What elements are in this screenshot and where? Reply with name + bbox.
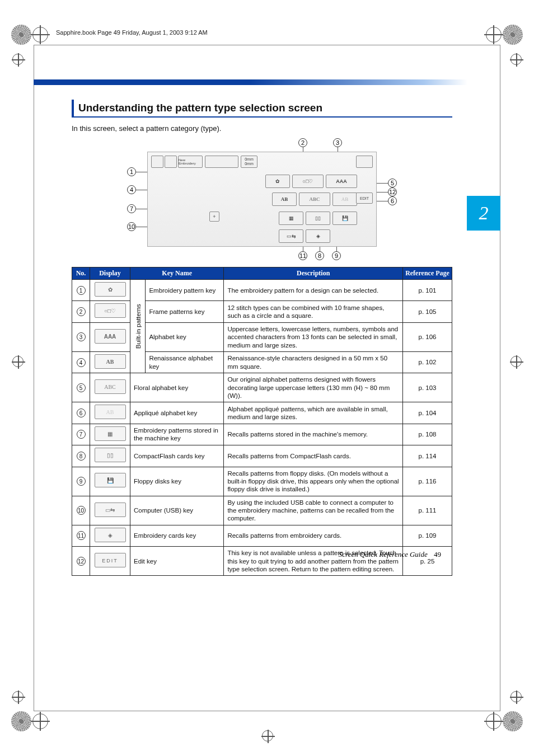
footer-title: Screen Quick Reference Guide: [339, 550, 428, 558]
selection-screen-diagram: 2 3 1 4 7 10 5 12 6 11 8 9 New Embroider…: [130, 139, 394, 257]
desc: Alphabet appliqué patterns, which are av…: [224, 402, 403, 424]
table-row: 8 ▯▯ CompactFlash cards key Recalls patt…: [72, 445, 452, 467]
refpage: p. 111: [403, 496, 452, 525]
hdr-btn-2: [165, 156, 177, 168]
keyname: Alphabet key: [146, 322, 224, 351]
th-display: Display: [90, 267, 130, 280]
disp-icon: ▦: [95, 426, 126, 441]
th-refpage: Reference Page: [403, 267, 452, 280]
row-no: 9: [77, 477, 86, 486]
disp-icon: ✿: [95, 282, 126, 297]
callout-2: 2: [298, 138, 307, 147]
footer: Screen Quick Reference Guide 49: [339, 550, 441, 559]
key-alphabet: AAA: [326, 175, 357, 188]
register-mark-top: [32, 27, 48, 43]
table-row: 1 ✿ Built-in patterns Embroidery pattern…: [72, 280, 452, 301]
content: Understanding the pattern type selection…: [72, 100, 452, 576]
row-no: 8: [77, 452, 86, 461]
register-mark-bl2: [12, 691, 24, 702]
keyname: CompactFlash cards key: [130, 445, 224, 467]
table-row: 5 ABC Floral alphabet key Our original a…: [72, 373, 452, 402]
keyname: Renaissance alphabet key: [146, 351, 224, 373]
refpage: p. 101: [403, 280, 452, 301]
refpage: p. 103: [403, 373, 452, 402]
row-no: 5: [77, 383, 86, 392]
keyname: Edit key: [130, 547, 224, 576]
callout-9: 9: [332, 251, 341, 260]
chapter-tab: 2: [467, 196, 500, 231]
disp-icon: ▯▯: [95, 448, 126, 462]
refpage: p. 109: [403, 525, 452, 546]
disp-icon: ABC: [95, 379, 126, 394]
register-mark-right: [510, 54, 522, 65]
callout-6: 6: [388, 196, 397, 205]
disp-icon: AB: [95, 405, 126, 419]
callout-11: 11: [298, 251, 307, 260]
table-row: 9 💾 Floppy disks key Recalls patterns fr…: [72, 467, 452, 496]
row-no: 7: [77, 430, 86, 439]
keyname: Floral alphabet key: [130, 373, 224, 402]
register-mark-bc: [262, 730, 273, 741]
row-no: 10: [77, 506, 86, 515]
reference-table: No. Display Key Name Description Referen…: [72, 267, 452, 576]
disp-icon: ◈: [95, 528, 126, 542]
desc: Uppercase letters, lowercase letters, nu…: [224, 322, 403, 351]
desc: Our original alphabet patterns designed …: [224, 373, 403, 402]
intro-text: In this screen, select a pattern categor…: [72, 124, 452, 133]
print-header: Sapphire.book Page 49 Friday, August 1, …: [56, 29, 208, 36]
rosette-top-left: [11, 25, 31, 45]
register-mark-left: [12, 54, 24, 65]
table-row: 6 AB Appliqué alphabet key Alphabet appl…: [72, 402, 452, 424]
builtin-label: Built-in patterns: [130, 280, 146, 373]
key-floral: ABC: [299, 192, 330, 206]
blue-bar: [34, 79, 467, 85]
register-mark-top-right: [486, 27, 502, 43]
table-row: 7 ▦ Embroidery patterns stored in the ma…: [72, 424, 452, 445]
refpage: p. 114: [403, 445, 452, 467]
table-row: 11 ◈ Embroidery cards key Recalls patter…: [72, 525, 452, 546]
refpage: p. 116: [403, 467, 452, 496]
rosette-top-right: [503, 25, 523, 45]
refpage: p. 108: [403, 424, 452, 445]
desc: Recalls patterns from CompactFlash cards…: [224, 445, 403, 467]
th-no: No.: [72, 267, 90, 280]
desc: Recalls patterns stored in the machine's…: [224, 424, 403, 445]
section-title: Understanding the pattern type selection…: [72, 100, 452, 118]
disp-icon: AAA: [95, 329, 126, 344]
keyname: Embroidery patterns stored in the machin…: [130, 424, 224, 445]
keyname: Appliqué alphabet key: [130, 402, 224, 424]
row-no: 11: [77, 531, 86, 540]
refpage: p. 102: [403, 351, 452, 373]
register-mark-br2: [510, 691, 522, 702]
key-plus: +: [209, 212, 219, 222]
callout-5: 5: [388, 179, 397, 187]
hdr-btn-1: [151, 156, 163, 168]
table-row: 3 AAA Alphabet key Uppercase letters, lo…: [72, 322, 452, 351]
register-mark-bottom-right: [486, 713, 502, 729]
th-description: Description: [224, 267, 403, 280]
key-cf-cards: ▯▯: [306, 212, 330, 225]
callout-12: 12: [388, 187, 397, 196]
row-no: 6: [77, 408, 86, 417]
table-row: 10 ▭⇆ Computer (USB) key By using the in…: [72, 496, 452, 525]
desc: By using the included USB cable to conne…: [224, 496, 403, 525]
key-edit: EDIT: [356, 192, 373, 204]
key-machine-memory: ▦: [279, 212, 303, 225]
key-embroidery-pattern: ✿: [265, 175, 290, 188]
screen-box: New Embroidery 0mm 0mm ✿ ○□♡ AAA AB ABC …: [147, 152, 377, 247]
keyname: Computer (USB) key: [130, 496, 224, 525]
callout-3: 3: [333, 138, 342, 147]
table-row: 2 ○□♡ Frame patterns key 12 stitch types…: [72, 301, 452, 322]
key-applique: AB: [332, 192, 357, 206]
row-no: 4: [77, 358, 86, 367]
refpage: p. 105: [403, 301, 452, 322]
row-no: 12: [77, 557, 86, 566]
keyname: Embroidery pattern key: [146, 280, 224, 301]
key-renaissance: AB: [272, 192, 297, 206]
hdr-btn-embroidery: New Embroidery: [178, 156, 203, 168]
keyname: Floppy disks key: [130, 467, 224, 496]
row-no: 2: [77, 307, 86, 316]
key-floppy: 💾: [332, 212, 357, 225]
desc: Recalls patterns from floppy disks. (On …: [224, 467, 403, 496]
disp-icon: AB: [95, 354, 126, 369]
